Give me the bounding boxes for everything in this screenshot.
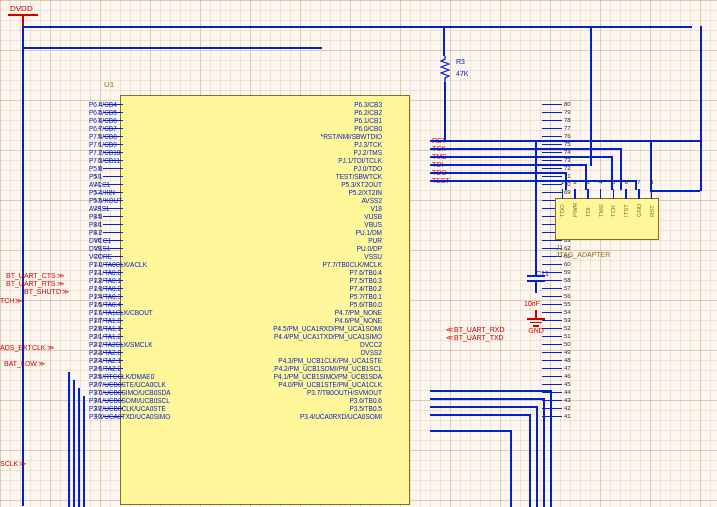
pin-right-78: P6.1/CB178 bbox=[384, 116, 578, 124]
pin-left-21: 21P1.0/TA0CLK/ACLK bbox=[83, 260, 123, 268]
wire bbox=[510, 430, 512, 507]
pin-right-80: P6.3/CB380 bbox=[384, 100, 578, 108]
pin-left-12: 12P5.4/XIN bbox=[83, 188, 123, 196]
pin-left-31: 31P2.2/TA2CLK/SMCLK bbox=[83, 340, 123, 348]
pin-left-28: 28P1.7/TA1.0 bbox=[83, 316, 123, 324]
netlabel-bt-uart-cts: BT_UART_CTS bbox=[6, 272, 64, 280]
wire bbox=[68, 372, 70, 507]
pin-left-17: 17P8.2 bbox=[83, 228, 123, 236]
wire bbox=[78, 388, 80, 507]
pin-left-13: 13P5.5/XOUT bbox=[83, 196, 123, 204]
pin-right-49: DVSS249 bbox=[384, 348, 578, 356]
pin-left-25: 25P1.4/TA0.3 bbox=[83, 292, 123, 300]
wire bbox=[430, 172, 565, 174]
pin-right-62: PU.0/DP62 bbox=[384, 244, 578, 252]
pin-left-6: 6P7.1/CB9 bbox=[83, 140, 123, 148]
pin-right-53: P4.6/PM_NONE53 bbox=[384, 316, 578, 324]
pin-left-14: 14AVSS1 bbox=[83, 204, 123, 212]
pin-right-68: AVSS268 bbox=[384, 196, 578, 204]
wire bbox=[430, 430, 510, 432]
wire bbox=[430, 156, 612, 158]
cap-c11-ref: C11 bbox=[536, 270, 549, 277]
pin-left-40: 40P3.3/UCA0TXD/UCA0SIMO bbox=[83, 412, 123, 420]
pin-right-60: P7.7/TB0CLK/MCLK60 bbox=[384, 260, 578, 268]
pin-left-34: 34P2.5/TA2.2 bbox=[83, 364, 123, 372]
pin-right-57: P7.4/TB0.257 bbox=[384, 284, 578, 292]
pin-left-24: 24P1.3/TA0.2 bbox=[83, 284, 123, 292]
pin-right-65: VBUS65 bbox=[384, 220, 578, 228]
pin-right-47: P4.2/PM_UCB1SOMI/PM_UCB1SCL47 bbox=[384, 364, 578, 372]
netlabel-ads-extclk: ADS_EXTCLK bbox=[0, 344, 54, 352]
wire bbox=[585, 164, 587, 190]
chip-refdes: U1 bbox=[104, 80, 114, 89]
wire bbox=[443, 26, 445, 56]
pin-left-15: 15P8.0 bbox=[83, 212, 123, 220]
pin-right-67: V1867 bbox=[384, 204, 578, 212]
wire bbox=[590, 26, 592, 166]
power-dvdd-label: DVDD bbox=[10, 4, 33, 13]
wire bbox=[529, 414, 531, 507]
wire bbox=[430, 414, 529, 416]
pin-right-56: P5.7/TB0.156 bbox=[384, 292, 578, 300]
wire bbox=[22, 26, 692, 28]
pin-left-26: 26P1.5/TA0.4 bbox=[83, 300, 123, 308]
pin-left-16: 16P8.1 bbox=[83, 220, 123, 228]
resistor-r3-ref: R3 bbox=[456, 58, 465, 65]
pin-right-46: P4.1/PM_UCB1SIMO/PM_UCB1SDA46 bbox=[384, 372, 578, 380]
pin-right-48: P4.3/PM_UCB1CLK/PM_UCA1STE48 bbox=[384, 356, 578, 364]
resistor-r3 bbox=[440, 56, 450, 82]
connector-j1: 12345678 TDOPWRTDITMSTCK!TSTGNDRST bbox=[555, 198, 659, 240]
pin-left-23: 23P1.2/TA0.1 bbox=[83, 276, 123, 284]
pin-right-54: P4.7/PM_NONE54 bbox=[384, 308, 578, 316]
pin-left-30: 30P2.1/TA1.2 bbox=[83, 332, 123, 340]
pin-left-9: 9P5.0 bbox=[83, 164, 123, 172]
netlabel-bt-shutd: BT_SHUTD bbox=[24, 288, 69, 296]
pin-right-63: PUR63 bbox=[384, 236, 578, 244]
pin-left-5: 5P7.0/CB8 bbox=[83, 132, 123, 140]
pin-left-1: 1P6.4/CB4 bbox=[83, 100, 123, 108]
wire bbox=[535, 140, 537, 265]
resistor-r3-val: 47K bbox=[456, 70, 468, 77]
wire bbox=[430, 390, 550, 392]
pin-left-33: 33P2.4/TA2.1 bbox=[83, 356, 123, 364]
pin-right-79: P6.2/CB279 bbox=[384, 108, 578, 116]
wire bbox=[22, 47, 322, 49]
pin-left-29: 29P2.0/TA1.1 bbox=[83, 324, 123, 332]
pin-left-20: 20VCORE bbox=[83, 252, 123, 260]
pin-left-27: 27P1.6/TA1CLK/CBOUT bbox=[83, 308, 123, 316]
gnd-symbol: GND bbox=[526, 310, 546, 334]
gnd-label: GND bbox=[526, 327, 546, 334]
pin-left-32: 32P2.3/TA2.0 bbox=[83, 348, 123, 356]
pin-right-45: P4.0/PM_UCB1STE/PM_UCA1CLK45 bbox=[384, 380, 578, 388]
wire bbox=[536, 406, 538, 507]
pin-left-4: 4P6.7/CB7 bbox=[83, 124, 123, 132]
pin-left-7: 7P7.2/CB10 bbox=[83, 148, 123, 156]
wire bbox=[430, 406, 536, 408]
cap-c11-val: 10nF bbox=[524, 300, 540, 307]
pin-right-77: P6.0/CB077 bbox=[384, 124, 578, 132]
pin-left-35: 35P2.6/RTCCLK/DMAE0 bbox=[83, 372, 123, 380]
pin-right-66: VUSB66 bbox=[384, 212, 578, 220]
pin-right-55: P5.6/TB0.055 bbox=[384, 300, 578, 308]
pin-left-10: 10P5.1 bbox=[83, 172, 123, 180]
pin-left-39: 39P3.2/UCB0CLK/UCA0STE bbox=[83, 404, 123, 412]
pin-left-3: 3P6.6/CB6 bbox=[83, 116, 123, 124]
pin-right-64: PU.1/DM64 bbox=[384, 228, 578, 236]
wire bbox=[83, 396, 85, 507]
wire bbox=[73, 380, 75, 507]
wire bbox=[430, 148, 620, 150]
wire bbox=[22, 26, 24, 506]
pin-right-69: P5.2/XT2IN69 bbox=[384, 188, 578, 196]
power-dvdd-stem bbox=[22, 14, 24, 26]
pin-left-19: 19DVSS1 bbox=[83, 244, 123, 252]
wire bbox=[550, 390, 552, 507]
netlabel-bt-uart-rts: BT_UART_RTS bbox=[6, 280, 64, 288]
netlabel-bt-uart-rxd: BT_UART_RXD bbox=[446, 326, 504, 334]
pin-left-18: 18DVCC1 bbox=[83, 236, 123, 244]
pin-left-2: 2P6.5/CB5 bbox=[83, 108, 123, 116]
pin-column-left: 1P6.4/CB42P6.5/CB53P6.6/CB64P6.7/CB75P7.… bbox=[83, 100, 123, 420]
netlabel-bt-uart-txd: BT_UART_TXD bbox=[446, 334, 504, 342]
wire bbox=[543, 398, 545, 507]
netlabel-tch: TCH bbox=[0, 297, 22, 305]
wire bbox=[700, 26, 702, 191]
